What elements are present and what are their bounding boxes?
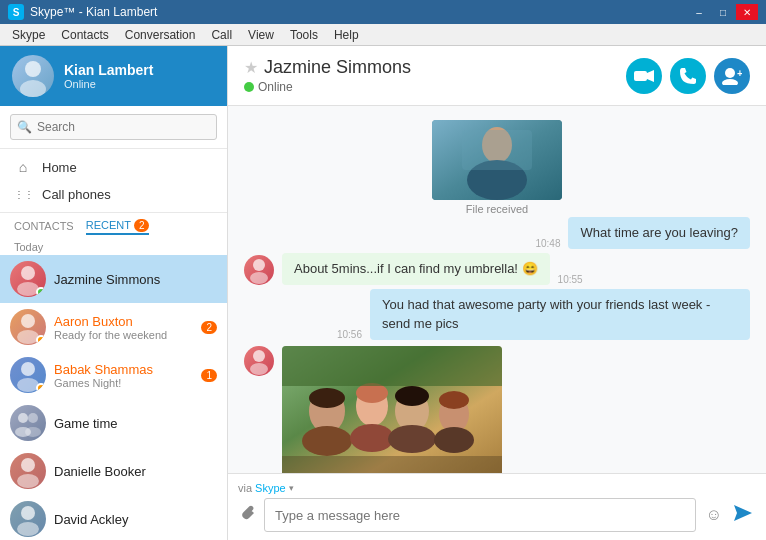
main-layout: Kian Lambert Online 🔍 ⌂ Home ⋮⋮ Call pho… — [0, 46, 766, 540]
contact-item[interactable]: David Ackley — [0, 495, 227, 540]
via-label: via — [238, 482, 252, 494]
avatar — [10, 357, 46, 393]
tab-recent[interactable]: RECENT2 — [86, 219, 150, 235]
search-input[interactable] — [10, 114, 217, 140]
nav-call-phones[interactable]: ⋮⋮ Call phones — [0, 181, 227, 208]
chat-status: Online — [244, 80, 411, 94]
contact-list: Today Jazmine Simmons — [0, 237, 227, 540]
sidebar: Kian Lambert Online 🔍 ⌂ Home ⋮⋮ Call pho… — [0, 46, 228, 540]
maximize-button[interactable]: □ — [712, 4, 734, 20]
message-text: You had that awesome party with your fri… — [382, 297, 710, 330]
profile-name: Kian Lambert — [64, 62, 153, 78]
section-today: Today — [0, 237, 227, 255]
menu-help[interactable]: Help — [326, 26, 367, 44]
skype-link[interactable]: Skype — [255, 482, 286, 494]
svg-point-22 — [725, 68, 735, 78]
received-file-image — [432, 120, 562, 200]
menu-call[interactable]: Call — [203, 26, 240, 44]
avatar — [10, 501, 46, 537]
attach-button[interactable] — [238, 503, 258, 528]
titlebar: S Skype™ - Kian Lambert – □ ✕ — [0, 0, 766, 24]
close-button[interactable]: ✕ — [736, 4, 758, 20]
avatar — [10, 405, 46, 441]
nav-home-label: Home — [42, 160, 77, 175]
svg-point-42 — [309, 388, 345, 408]
message-row: 10:48 What time are you leaving? — [244, 217, 750, 249]
chat-area: ★ Jazmine Simmons Online — [228, 46, 766, 540]
nav-items: ⌂ Home ⋮⋮ Call phones — [0, 149, 227, 213]
svg-text:+: + — [737, 68, 742, 79]
home-icon: ⌂ — [14, 159, 32, 175]
profile-status: Online — [64, 78, 153, 90]
avatar — [10, 309, 46, 345]
message-row: 10:56 You had that awesome party with yo… — [244, 289, 750, 339]
search-icon: 🔍 — [17, 120, 32, 134]
svg-point-45 — [439, 391, 469, 409]
profile-info: Kian Lambert Online — [64, 62, 153, 90]
svg-rect-46 — [282, 346, 502, 386]
status-indicator — [36, 335, 46, 345]
svg-marker-21 — [647, 70, 654, 82]
photo-content: Files received SHOW IN FOLDER — [282, 346, 717, 473]
svg-point-23 — [722, 79, 738, 85]
contact-item[interactable]: Danielle Booker — [0, 447, 227, 495]
online-indicator — [244, 82, 254, 92]
svg-point-31 — [253, 350, 265, 362]
avatar — [10, 261, 46, 297]
contact-name: Danielle Booker — [54, 464, 217, 479]
input-right-icons: ☺ — [702, 503, 756, 527]
phone-icon: ⋮⋮ — [14, 189, 32, 200]
search-wrapper: 🔍 — [10, 114, 217, 140]
search-bar: 🔍 — [0, 106, 227, 149]
chat-photo — [282, 346, 502, 473]
unread-count: 2 — [201, 321, 217, 334]
svg-point-29 — [253, 259, 265, 271]
message-text: About 5mins...if I can find my umbrella!… — [294, 261, 538, 276]
menu-tools[interactable]: Tools — [282, 26, 326, 44]
menu-contacts[interactable]: Contacts — [53, 26, 116, 44]
svg-point-0 — [25, 61, 41, 77]
contact-name: Game time — [54, 416, 217, 431]
nav-home[interactable]: ⌂ Home — [0, 153, 227, 181]
menubar: Skype Contacts Conversation Call View To… — [0, 24, 766, 46]
contact-name: David Ackley — [54, 512, 217, 527]
input-row: ☺ — [238, 498, 756, 532]
contact-name: Aaron Buxton — [54, 314, 193, 329]
contact-info: Danielle Booker — [54, 464, 217, 479]
contact-item[interactable]: Jazmine Simmons — [0, 255, 227, 303]
svg-point-37 — [350, 424, 394, 452]
svg-point-13 — [17, 474, 39, 488]
svg-point-6 — [21, 362, 35, 376]
menu-conversation[interactable]: Conversation — [117, 26, 204, 44]
skype-icon: S — [8, 4, 24, 20]
svg-point-35 — [302, 426, 352, 456]
svg-rect-20 — [634, 71, 647, 81]
star-icon[interactable]: ★ — [244, 58, 258, 77]
contact-item[interactable]: Aaron Buxton Ready for the weekend 2 — [0, 303, 227, 351]
profile-area[interactable]: Kian Lambert Online — [0, 46, 227, 106]
contacts-tabs: CONTACTS RECENT2 — [0, 213, 227, 237]
file-received-box: File received — [432, 120, 562, 215]
message-input[interactable] — [264, 498, 696, 532]
chat-name-text: Jazmine Simmons — [264, 57, 411, 78]
message-time: 10:48 — [535, 238, 560, 249]
minimize-button[interactable]: – — [688, 4, 710, 20]
contact-item[interactable]: Babak Shammas Games Night! 1 — [0, 351, 227, 399]
menu-view[interactable]: View — [240, 26, 282, 44]
contact-name: Jazmine Simmons — [54, 272, 217, 287]
svg-point-12 — [21, 458, 35, 472]
dropdown-arrow[interactable]: ▾ — [289, 483, 294, 493]
contact-info: Aaron Buxton Ready for the weekend — [54, 314, 193, 341]
video-call-button[interactable] — [626, 58, 662, 94]
call-button[interactable] — [670, 58, 706, 94]
send-button[interactable] — [730, 503, 756, 527]
emoji-button[interactable]: ☺ — [702, 504, 726, 526]
contact-item[interactable]: Game time — [0, 399, 227, 447]
titlebar-left: S Skype™ - Kian Lambert — [8, 4, 157, 20]
add-contact-button[interactable]: + — [714, 58, 750, 94]
tab-contacts[interactable]: CONTACTS — [14, 220, 74, 234]
message-text: What time are you leaving? — [580, 225, 738, 240]
menu-skype[interactable]: Skype — [4, 26, 53, 44]
messages-area[interactable]: File received 10:48 What time are you le… — [228, 106, 766, 473]
contact-info: Jazmine Simmons — [54, 272, 217, 287]
